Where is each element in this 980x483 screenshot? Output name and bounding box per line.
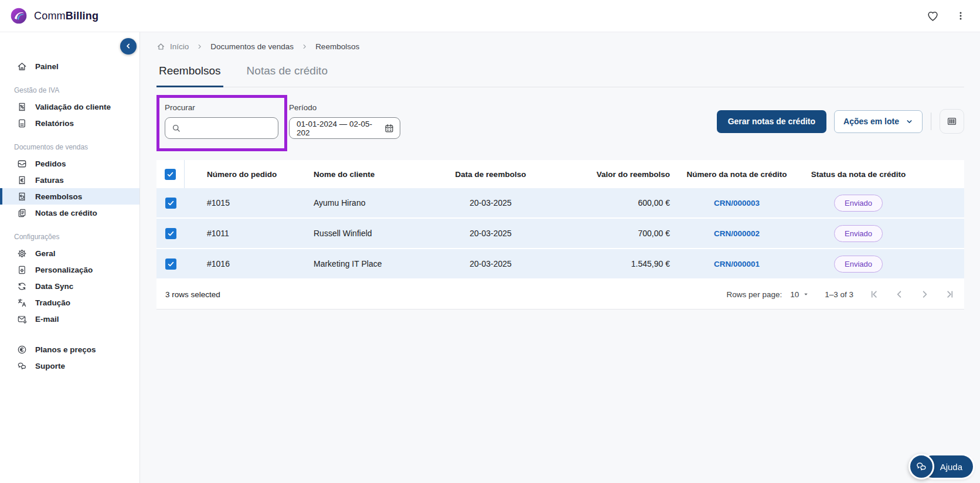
- table-header-row: Número do pedido Nome do cliente Data de…: [156, 160, 964, 188]
- credit-note-link[interactable]: CRN/000002: [714, 229, 760, 238]
- chevron-right-icon: [196, 43, 203, 50]
- credit-note-link[interactable]: CRN/000003: [714, 199, 760, 208]
- column-header-amount[interactable]: Valor do reembolso: [555, 170, 678, 179]
- sidebar-item-traducao[interactable]: Tradução: [0, 294, 139, 311]
- pagination-controls: [869, 289, 955, 300]
- refunds-table: Número do pedido Nome do cliente Data de…: [156, 160, 964, 309]
- credit-note-link[interactable]: CRN/000001: [714, 260, 760, 268]
- generate-credit-notes-button[interactable]: Gerar notas de crédito: [717, 110, 826, 133]
- receipt-euro-icon: [16, 175, 28, 186]
- sidebar: Painel Gestão de IVA Validação do client…: [0, 32, 140, 483]
- refund-date: 20-03-2025: [426, 229, 555, 238]
- rows-per-page-value: 10: [790, 290, 799, 299]
- sidebar-collapse-button[interactable]: [120, 38, 137, 55]
- row-checkbox[interactable]: [165, 198, 176, 209]
- rows-per-page-select[interactable]: 10: [790, 290, 809, 299]
- status-badge[interactable]: Enviado: [834, 225, 883, 242]
- tab-notas-de-credito[interactable]: Notas de crédito: [244, 64, 330, 87]
- sidebar-item-label: Geral: [35, 249, 56, 258]
- sidebar-item-suporte[interactable]: Suporte: [0, 358, 139, 374]
- next-page-button[interactable]: [919, 289, 930, 300]
- row-checkbox[interactable]: [165, 228, 176, 239]
- sidebar-item-reembolsos[interactable]: Reembolsos: [0, 188, 139, 205]
- column-header-date[interactable]: Data de reembolso: [426, 170, 555, 179]
- status-badge[interactable]: Enviado: [834, 256, 883, 273]
- sidebar-item-personalizacao[interactable]: Personalização: [0, 261, 139, 278]
- sidebar-item-label: Personalização: [35, 266, 93, 274]
- sidebar-item-data-sync[interactable]: Data Sync: [0, 278, 139, 294]
- sidebar-item-geral[interactable]: Geral: [0, 245, 139, 261]
- sidebar-nav: Painel Gestão de IVA Validação do client…: [0, 32, 139, 374]
- period-input[interactable]: 01-01-2024 — 02-05-202: [289, 117, 400, 139]
- customer-name: Marketing IT Place: [291, 259, 426, 268]
- table-row[interactable]: #1015 Ayumu Hirano 20-03-2025 600,00 € C…: [156, 188, 964, 217]
- sidebar-item-email[interactable]: E-mail: [0, 311, 139, 327]
- favorite-icon[interactable]: [927, 10, 939, 22]
- chevron-down-icon: [906, 118, 913, 125]
- main-content: Início Documentos de vendas Reembolsos R…: [140, 32, 980, 483]
- batch-actions-button[interactable]: Ações em lote: [834, 110, 923, 133]
- sidebar-item-label: Planos e preços: [35, 345, 96, 354]
- help-widget[interactable]: Ajuda: [908, 455, 973, 478]
- search-field[interactable]: [165, 117, 278, 139]
- sidebar-item-faturas[interactable]: Faturas: [0, 172, 139, 188]
- table-row[interactable]: #1011 Russell Winfield 20-03-2025 700,00…: [156, 219, 964, 248]
- sidebar-item-label: Tradução: [35, 298, 70, 307]
- column-header-credit-note[interactable]: Número da nota de crédito: [678, 170, 795, 179]
- check-icon: [167, 260, 175, 268]
- tab-reembolsos[interactable]: Reembolsos: [156, 64, 223, 87]
- sidebar-item-notas-de-credito[interactable]: Notas de crédito: [0, 205, 139, 221]
- column-header-customer[interactable]: Nome do cliente: [291, 170, 426, 179]
- table-row[interactable]: #1016 Marketing IT Place 20-03-2025 1.54…: [156, 249, 964, 278]
- previous-page-button[interactable]: [894, 289, 905, 300]
- select-all-checkbox[interactable]: [165, 169, 176, 180]
- refund-date: 20-03-2025: [426, 259, 555, 268]
- last-page-button[interactable]: [944, 289, 955, 300]
- document-icon: [16, 118, 28, 129]
- sidebar-item-label: Painel: [35, 62, 59, 71]
- pagination-range: 1–3 of 3: [825, 290, 853, 299]
- first-page-icon: [869, 289, 880, 300]
- first-page-button[interactable]: [869, 289, 880, 300]
- last-page-icon: [944, 289, 955, 300]
- rows-selected-text: 3 rows selected: [165, 290, 220, 299]
- sidebar-item-label: Pedidos: [35, 159, 66, 168]
- search-input[interactable]: [186, 124, 272, 133]
- chevron-right-icon: [301, 43, 308, 50]
- more-menu-icon[interactable]: [955, 11, 966, 21]
- divider: [931, 113, 931, 130]
- sidebar-item-label: E-mail: [35, 315, 59, 324]
- brand-logo[interactable]: CommBilling: [9, 6, 98, 25]
- sidebar-item-pedidos[interactable]: Pedidos: [0, 155, 139, 172]
- row-checkbox[interactable]: [165, 258, 176, 270]
- help-chat-icon[interactable]: [908, 454, 934, 479]
- columns-icon: [946, 115, 958, 127]
- sidebar-item-label: Reembolsos: [35, 192, 82, 201]
- breadcrumb: Início Documentos de vendas Reembolsos: [156, 42, 964, 51]
- sidebar-item-planos-e-precos[interactable]: Planos e preços: [0, 341, 139, 358]
- refund-amount: 1.545,90 €: [555, 259, 678, 268]
- inbox-icon: [16, 158, 28, 169]
- sidebar-item-painel[interactable]: Painel: [0, 58, 139, 74]
- period-field-group: Período 01-01-2024 — 02-05-202: [289, 103, 400, 139]
- column-header-status[interactable]: Status da nota de crédito: [795, 170, 921, 179]
- column-header-order[interactable]: Número do pedido: [185, 170, 291, 179]
- sidebar-item-label: Validação do cliente: [35, 103, 111, 111]
- chevron-left-icon: [123, 41, 134, 52]
- period-label: Período: [289, 103, 400, 112]
- sidebar-item-relatorios[interactable]: Relatórios: [0, 115, 139, 131]
- breadcrumb-item[interactable]: Documentos de vendas: [210, 42, 294, 51]
- chat-bubbles-icon: [16, 360, 28, 372]
- home-icon: [156, 42, 165, 51]
- sidebar-item-label: Notas de crédito: [35, 209, 97, 217]
- brand-logo-icon: [9, 6, 28, 25]
- manage-columns-button[interactable]: [940, 109, 964, 134]
- breadcrumb-home[interactable]: Início: [156, 42, 189, 51]
- sidebar-section-documentos-vendas: Documentos de vendas: [0, 131, 139, 155]
- tab-bar: Reembolsos Notas de crédito: [156, 64, 964, 87]
- help-label: Ajuda: [940, 462, 962, 472]
- rows-per-page-label: Rows per page:: [727, 290, 782, 299]
- sidebar-item-validacao-cliente[interactable]: Validação do cliente: [0, 98, 139, 115]
- mail-gear-icon: [16, 314, 28, 325]
- status-badge[interactable]: Enviado: [834, 195, 883, 212]
